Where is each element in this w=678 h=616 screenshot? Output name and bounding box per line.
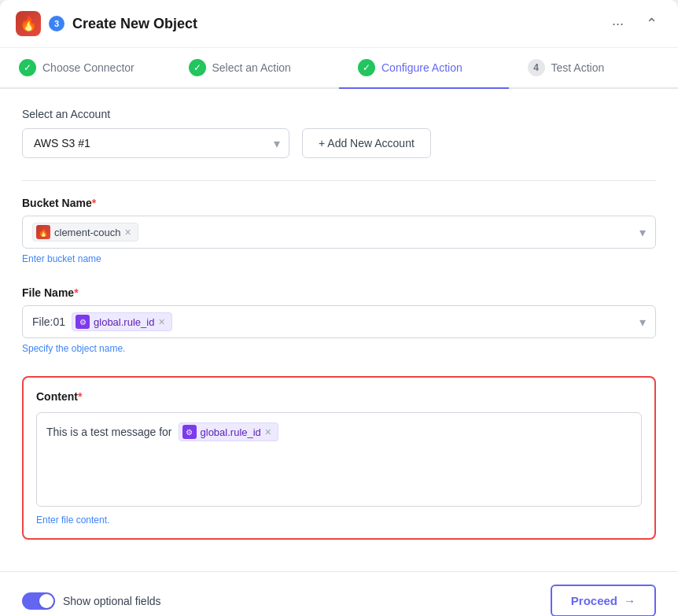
step-configure-action-label: Configure Action [381, 61, 462, 74]
filename-section: File Name* File:01 ⚙ global.rule_id × ▾ … [22, 286, 656, 354]
filename-input[interactable]: File:01 ⚙ global.rule_id × ▾ [22, 305, 656, 338]
header-right: ··· ⌃ [607, 13, 662, 34]
collapse-button[interactable]: ⌃ [641, 13, 662, 34]
filename-var-tag-remove-button[interactable]: × [158, 316, 164, 327]
filename-var-tag: ⚙ global.rule_id × [72, 312, 172, 331]
step-choose-connector-label: Choose Connector [42, 61, 134, 74]
gear-icon: ⚙ [76, 315, 90, 329]
optional-fields-toggle-row: Show optional fields [22, 592, 161, 610]
add-account-button[interactable]: + Add New Account [302, 128, 431, 158]
content-section: Content* This is a test message for ⚙ gl… [22, 376, 656, 540]
aws-icon: 🔥 [36, 225, 50, 239]
chevron-down-icon: ▾ [639, 225, 646, 240]
optional-fields-toggle[interactable] [22, 592, 55, 610]
content-prefix-text: This is a test message for [46, 426, 172, 438]
content-label: Content* [36, 390, 642, 403]
bucket-name-label: Bucket Name* [22, 197, 656, 209]
more-options-button[interactable]: ··· [607, 14, 628, 34]
app-icon: 🔥 [16, 11, 41, 36]
step-num-icon: 4 [528, 59, 545, 76]
step-select-action-label: Select an Action [212, 61, 291, 74]
modal-body: Select an Account AWS S3 #1 ▾ + Add New … [0, 89, 678, 571]
divider [22, 180, 656, 181]
step-test-action-label: Test Action [551, 61, 605, 74]
step-check-icon: ✓ [189, 59, 206, 76]
modal-footer: Show optional fields Proceed → [0, 571, 678, 616]
account-select-wrapper: AWS S3 #1 ▾ [22, 128, 289, 158]
account-select[interactable]: AWS S3 #1 [22, 128, 289, 158]
bucket-name-section: Bucket Name* 🔥 clement-couch × ▾ Enter b… [22, 197, 656, 264]
bucket-hint: Enter bucket name [22, 253, 656, 264]
step-choose-connector[interactable]: ✓ Choose Connector [0, 48, 170, 87]
bucket-tag: 🔥 clement-couch × [32, 223, 138, 242]
steps-bar: ✓ Choose Connector ✓ Select an Action ✓ … [0, 48, 678, 89]
proceed-arrow-icon: → [624, 594, 636, 607]
proceed-button[interactable]: Proceed → [551, 585, 656, 616]
header-left: 🔥 3 Create New Object [16, 11, 197, 36]
bucket-tag-remove-button[interactable]: × [125, 227, 131, 238]
filename-prefix: File:01 [32, 315, 65, 328]
step-configure-action[interactable]: ✓ Configure Action [339, 48, 509, 87]
toggle-knob [39, 594, 53, 608]
content-textarea[interactable]: This is a test message for ⚙ global.rule… [36, 412, 642, 507]
step-check-icon: ✓ [19, 59, 36, 76]
step-test-action[interactable]: 4 Test Action [509, 48, 679, 87]
notification-badge: 3 [49, 16, 64, 31]
page-title: Create New Object [72, 16, 197, 32]
content-var-tag-text: global.rule_id [201, 426, 261, 438]
content-row: This is a test message for ⚙ global.rule… [46, 422, 632, 441]
gear-icon: ⚙ [182, 425, 197, 439]
content-hint: Enter file content. [36, 515, 642, 526]
bucket-name-input[interactable]: 🔥 clement-couch × ▾ [22, 216, 656, 249]
proceed-label: Proceed [571, 594, 617, 607]
filename-hint: Specify the object name. [22, 343, 656, 354]
step-select-action[interactable]: ✓ Select an Action [170, 48, 340, 87]
account-label: Select an Account [22, 108, 656, 120]
modal-container: 🔥 3 Create New Object ··· ⌃ ✓ Choose Con… [0, 0, 678, 616]
content-var-tag: ⚙ global.rule_id × [179, 422, 279, 441]
modal-header: 🔥 3 Create New Object ··· ⌃ [0, 0, 678, 48]
bucket-tag-text: clement-couch [54, 227, 121, 238]
account-row: AWS S3 #1 ▾ + Add New Account [22, 128, 656, 158]
filename-var-tag-text: global.rule_id [94, 316, 154, 328]
account-section: Select an Account AWS S3 #1 ▾ + Add New … [22, 108, 656, 158]
optional-fields-label: Show optional fields [63, 595, 161, 607]
step-check-icon: ✓ [358, 59, 375, 76]
content-var-tag-remove-button[interactable]: × [265, 426, 271, 437]
chevron-down-icon: ▾ [639, 315, 646, 330]
filename-label: File Name* [22, 286, 656, 299]
